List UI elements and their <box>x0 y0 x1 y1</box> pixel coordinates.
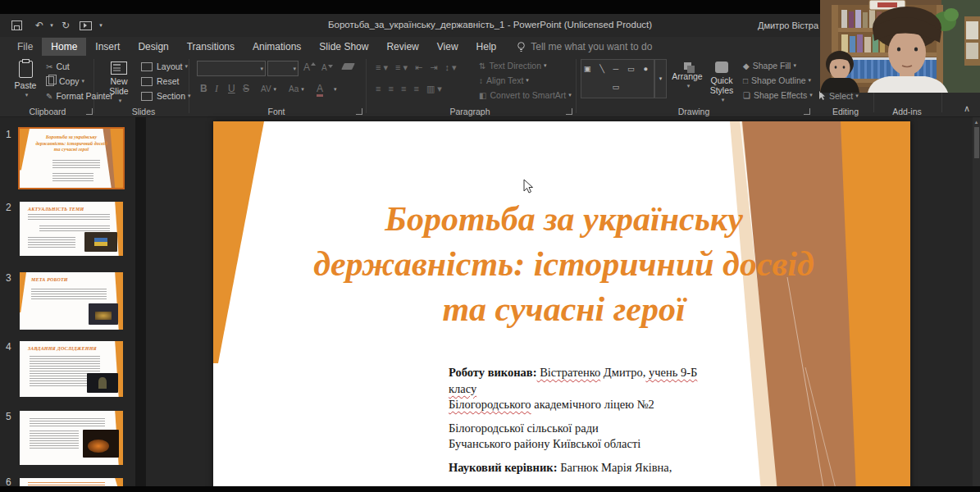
thumbnail-photo <box>89 303 118 325</box>
shape-fill-icon: ◆ <box>743 61 750 71</box>
grow-font-button[interactable]: A <box>303 61 316 73</box>
bold-button[interactable]: B <box>200 83 207 94</box>
chevron-down-icon: ▾ <box>526 77 529 84</box>
group-separator <box>366 59 367 113</box>
tab-design[interactable]: Design <box>129 38 177 56</box>
addins-group-label: Add-ins <box>876 107 938 116</box>
convert-to-smartart-button[interactable]: ◧ Convert to SmartArt ▾ <box>479 90 572 100</box>
tell-me-box[interactable]: Tell me what you want to do <box>517 41 652 53</box>
mouse-cursor <box>523 179 534 198</box>
chevron-down-icon: ▾ <box>293 66 296 72</box>
font-color-dropdown[interactable]: ▾ <box>331 86 337 93</box>
thumbnail-slide-4[interactable]: ЗАВДАННЯ ДОСЛІДЖЕННЯ <box>20 341 123 397</box>
font-name-combo[interactable]: ▾ <box>197 61 266 76</box>
tab-home[interactable]: Home <box>42 38 86 56</box>
chevron-down-icon: ▾ <box>119 96 122 106</box>
shape-effects-button[interactable]: ❏ Shape Effects ▾ <box>743 90 813 100</box>
tab-insert[interactable]: Insert <box>86 38 129 56</box>
section-button[interactable]: Section ▾ <box>141 91 191 101</box>
thumbnail-number: 2 <box>6 202 11 213</box>
scrollbar-thumb[interactable] <box>974 127 979 158</box>
chevron-down-icon: ▾ <box>659 75 663 81</box>
slide-accent-shape <box>20 129 30 188</box>
slide-body-textbox[interactable]: Роботу виконав: Вістратенко Дмитро, учен… <box>449 365 719 492</box>
arrange-button[interactable]: Arrange ▾ <box>671 58 704 106</box>
clear-formatting-button[interactable] <box>343 63 353 70</box>
tab-animations[interactable]: Animations <box>244 38 310 56</box>
thumbnail-slide-2[interactable]: АКТУАЛЬНІСТЬ ТЕМИ <box>20 202 123 256</box>
shrink-font-icon: A <box>321 63 327 72</box>
panel-splitter[interactable] <box>135 117 146 492</box>
italic-button[interactable]: I <box>215 83 218 95</box>
reset-label: Reset <box>157 76 179 86</box>
tab-view[interactable]: View <box>428 38 467 56</box>
chevron-down-icon: ▾ <box>188 93 191 99</box>
tab-file[interactable]: File <box>8 38 42 56</box>
text-direction-button[interactable]: ⇅ Text Direction ▾ <box>479 61 547 71</box>
list-indent-spacing-buttons[interactable]: ≡▾ ≡▾ ⇤ ⇥ ↕▾ <box>376 62 459 73</box>
font-dialog-launcher[interactable] <box>356 108 362 115</box>
alignment-buttons[interactable]: ≡ ≡ ≡ ≡ ▥▾ <box>376 84 444 94</box>
thumbnail-slide-3[interactable]: МЕТА РОБОТИ <box>20 272 123 330</box>
shapes-more-button[interactable]: ▾ <box>654 59 667 98</box>
quick-styles-button[interactable]: Quick Styles ▾ <box>704 58 740 106</box>
editing-group-label: Editing <box>817 107 874 116</box>
slide-editor-area: Боротьба за українську державність: істо… <box>146 117 973 492</box>
character-spacing-button[interactable]: AV ▾ <box>261 84 276 93</box>
slide-title-textbox[interactable]: Боротьба за українську державність: істо… <box>258 197 869 332</box>
tab-transitions[interactable]: Transitions <box>178 38 244 56</box>
chevron-down-icon: ▾ <box>855 93 859 99</box>
collapse-ribbon-button[interactable]: ∧ <box>959 103 974 116</box>
shapes-row-2: ▲ ⌐ → ↓ ◗ ★ <box>581 96 654 98</box>
chevron-down-icon: ▾ <box>334 86 337 93</box>
shapes-gallery[interactable]: ▣ ╲ ─ ▭ ● ▭ ▲ ⌐ → ↓ ◗ ★ <box>581 59 654 98</box>
tab-review[interactable]: Review <box>377 38 427 56</box>
thumbnail-heading: ЗАВДАННЯ ДОСЛІДЖЕННЯ <box>28 346 97 351</box>
layout-button[interactable]: Layout ▾ <box>141 61 188 71</box>
paragraph-dialog-launcher[interactable] <box>566 108 572 115</box>
chevron-down-icon: ▾ <box>793 62 796 69</box>
chevron-down-icon: ▾ <box>687 81 691 91</box>
font-color-button[interactable]: A <box>317 83 323 97</box>
layout-label: Layout <box>157 61 183 71</box>
copy-button[interactable]: Copy ▾ <box>46 76 84 86</box>
vertical-scrollbar[interactable]: ▴ <box>973 117 980 492</box>
change-case-button[interactable]: Aa ▾ <box>289 84 304 93</box>
strikethrough-icon: S <box>243 83 249 94</box>
thumbnail-slide-5[interactable] <box>20 411 123 465</box>
drawing-group: ▣ ╲ ─ ▭ ● ▭ ▲ ⌐ → ↓ ◗ ★ ▾ Arrange ▾ Quic… <box>579 57 814 117</box>
new-slide-button[interactable]: New Slide ▾ <box>102 58 136 106</box>
chevron-down-icon: ▾ <box>301 86 304 93</box>
format-painter-icon: ✎ <box>46 92 52 101</box>
strikethrough-button[interactable]: S <box>243 83 249 94</box>
font-group: ▾ ▾ A A B I U S AV ▾ Aa ▾ A ▾ Font <box>192 57 366 117</box>
shrink-font-button[interactable]: A <box>321 63 333 72</box>
bold-icon: B <box>200 83 207 94</box>
shape-outline-button[interactable]: □ Shape Outline ▾ <box>743 75 811 85</box>
align-text-label: Align Text <box>486 75 523 85</box>
paste-label: Paste <box>15 80 37 90</box>
thumbnail-heading: МЕТА РОБОТИ <box>31 277 68 282</box>
cut-button[interactable]: ✂ Cut <box>46 61 70 71</box>
reset-button[interactable]: Reset <box>141 76 179 86</box>
tab-help[interactable]: Help <box>467 38 506 56</box>
slide-accent-shape <box>20 272 26 330</box>
scroll-up-arrow-icon[interactable]: ▴ <box>973 119 980 125</box>
tab-slideshow[interactable]: Slide Show <box>310 38 377 56</box>
underline-button[interactable]: U <box>228 83 235 94</box>
align-text-button[interactable]: ↕ Align Text ▾ <box>479 75 529 85</box>
font-size-combo[interactable]: ▾ <box>267 61 299 76</box>
thumbnail-slide-1[interactable]: Боротьба за українську державність: істо… <box>20 129 123 188</box>
drawing-dialog-launcher[interactable] <box>804 108 810 115</box>
chevron-down-icon: ▾ <box>82 78 85 84</box>
account-user-name[interactable]: Дмитро Вістра <box>758 20 818 30</box>
chevron-down-icon: ▾ <box>544 62 547 69</box>
slide-canvas[interactable]: Боротьба за українську державність: істо… <box>213 121 910 492</box>
align-text-icon: ↕ <box>479 76 483 85</box>
group-separator <box>576 59 577 113</box>
paste-button[interactable]: Paste ▾ <box>8 58 43 106</box>
shape-fill-button[interactable]: ◆ Shape Fill ▾ <box>743 61 796 71</box>
chevron-down-icon: ▾ <box>185 63 189 70</box>
clipboard-dialog-launcher[interactable] <box>86 108 93 115</box>
thumbnail-number: 5 <box>6 411 11 422</box>
